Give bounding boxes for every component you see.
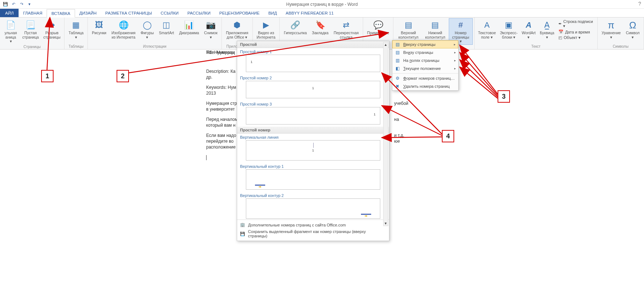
undo-icon[interactable]: ↶ (9, 0, 17, 8)
remove-icon: ✖ (394, 83, 400, 89)
online-video-button[interactable]: ▶Видео из Интернета (254, 18, 278, 40)
tab-mailings[interactable]: РАССЫЛКИ (183, 9, 215, 17)
group-text: AТекстовое поле ▾ ▣Экспресс- блоки ▾ AWo… (475, 17, 598, 49)
doc-text: 2013 (206, 90, 216, 96)
date-time-button[interactable]: 📅Дата и время (557, 29, 595, 35)
page-bottom-icon: ▤ (394, 50, 400, 55)
save-sel-icon: 💾 (240, 232, 245, 236)
bookmark-button[interactable]: 🔖Закладка (309, 18, 331, 40)
save-icon[interactable]: 💾 (1, 0, 9, 8)
page-number-gallery: ▴▾ Простой Простой номер 1 1 Простой ном… (237, 41, 389, 241)
callout-2: 2 (117, 70, 129, 82)
format-icon: ⚙ (394, 75, 400, 81)
pictures-button[interactable]: 🖼Рисунки (89, 18, 109, 40)
redo-icon[interactable]: ↷ (17, 0, 25, 8)
gallery-scrollbar[interactable]: ▴▾ (383, 42, 388, 226)
menu-top-of-page[interactable]: ▤Вверху страницы▸ (392, 40, 458, 48)
apps-button[interactable]: ⬢Приложения для Office ▾ (223, 18, 251, 40)
cover-page-button[interactable]: 📄ульная аница ▾ (1, 18, 20, 45)
tab-view[interactable]: ВИД (264, 9, 282, 17)
tab-layout[interactable]: РАЗМЕТКА СТРАНИЦЫ (101, 9, 156, 17)
screenshot-button[interactable]: 📷Снимок ▾ (201, 18, 220, 40)
menu-format-numbers[interactable]: ⚙Формат номеров страниц… (392, 74, 458, 82)
gallery-item-label: Вертикальная линия (237, 134, 389, 140)
gallery-preview-vk1[interactable]: ➡ (246, 169, 380, 190)
menu-bottom-of-page[interactable]: ▤Внизу страницы▸ (392, 48, 458, 56)
doc-text: др. (206, 74, 212, 80)
gallery-item-label: Простой номер 3 (237, 100, 389, 107)
group-label-pages: Страницы (24, 45, 41, 50)
table-button[interactable]: ▦Таблица ▾ (66, 18, 86, 40)
group-label-tables: Таблицы (68, 44, 83, 49)
tab-references[interactable]: ССЫЛКИ (156, 9, 183, 17)
callout-1: 1 (41, 70, 54, 82)
page-number-menu: ▤Вверху страницы▸ ▤Внизу страницы▸ ▥На п… (392, 40, 459, 91)
gallery-preview-2[interactable]: 1 (246, 81, 380, 98)
group-tables: ▦Таблица ▾ Таблицы (64, 17, 88, 49)
gallery-preview-1[interactable]: 1 (246, 55, 380, 72)
gallery-save-selection: 💾Сохранить выделенный фрагмент как номер… (237, 228, 389, 239)
object-button[interactable]: ◰Объект ▾ (557, 35, 595, 40)
wordart-button[interactable]: AWordArt ▾ (519, 18, 538, 41)
hyperlink-button[interactable]: 🔗Гиперссылка (281, 18, 309, 40)
menu-current-position[interactable]: ◧Текущее положение▸ (392, 64, 458, 72)
gallery-preview-3[interactable]: 1 (246, 107, 380, 125)
group-label-symbols: Символы (613, 44, 628, 49)
gallery-footer: 🏢Дополнительные номера страниц с сайта O… (237, 220, 389, 241)
doc-text: на (394, 117, 399, 123)
doc-text: расположение (206, 144, 236, 150)
chart-button[interactable]: 📊Диаграмма (177, 18, 202, 40)
gallery-preview-vline[interactable]: 1 (246, 140, 380, 161)
menu-remove-numbers[interactable]: ✖Удалить номера страниц (392, 82, 458, 90)
shapes-button[interactable]: ◯Фигуры ▾ (138, 18, 156, 40)
doc-text: Если вам надо (206, 133, 236, 139)
gallery-header-simple2: Простой номер (237, 127, 389, 134)
doc-text: перейдите во (206, 138, 233, 145)
gallery-more-office[interactable]: 🏢Дополнительные номера страниц с сайта O… (237, 221, 389, 228)
comment-button[interactable]: 💬Примечание (365, 18, 392, 36)
page-margin-icon: ▥ (394, 58, 400, 63)
smartart-button[interactable]: ◫SmartArt (156, 18, 176, 40)
callout-4: 4 (442, 130, 454, 142)
doc-text: Keywords: Нум (206, 84, 236, 91)
current-pos-icon: ◧ (394, 66, 400, 71)
quickparts-button[interactable]: ▣Экспресс- блоки ▾ (498, 18, 520, 41)
tab-file[interactable]: АЙЛ (0, 9, 19, 17)
dropcap-button[interactable]: A̲Буквица ▾ (538, 18, 556, 41)
doc-text: Description: Ка (206, 68, 235, 75)
office-icon: 🏢 (240, 222, 245, 227)
gallery-item-label: Вертикальный контур 2 (237, 192, 389, 198)
tab-review[interactable]: РЕЦЕНЗИРОВАНИЕ (215, 9, 264, 17)
symbol-button[interactable]: ΩСимвол ▾ (623, 18, 642, 40)
tab-insert[interactable]: ВСТАВКА (47, 9, 75, 17)
page-break-button[interactable]: ⬌Разрыв страницы (41, 18, 63, 45)
tab-abbyy[interactable]: ABBYY FineReader 11 (281, 9, 338, 17)
group-symbols: πУравнение ▾ ΩСимвол ▾ Символы (598, 17, 644, 49)
gallery-preview-vk2[interactable]: ➡ (246, 198, 380, 219)
blank-page-button[interactable]: 📃Пустая страница (20, 18, 41, 45)
tab-design[interactable]: ДИЗАЙН (75, 9, 101, 17)
doc-text: который вам н (206, 122, 235, 129)
gallery-header-simple: Простой (237, 41, 389, 48)
customize-icon[interactable]: ▾ (25, 0, 34, 8)
textbox-button[interactable]: AТекстовое поле ▾ (476, 18, 498, 41)
menu-page-margins[interactable]: ▥На полях страницы▸ (392, 56, 458, 64)
group-label-text: Текст (531, 44, 541, 49)
online-pictures-button[interactable]: 🌐Изображения из Интернета (109, 18, 138, 40)
gallery-item-label: Вертикальный контур 1 (237, 163, 389, 169)
group-label-illus: Иллюстрации (143, 44, 166, 49)
doc-text: в университет (206, 106, 235, 112)
equation-button[interactable]: πУравнение ▾ (599, 18, 624, 40)
doc-text: Перед началом (206, 117, 238, 123)
gallery-item-label: Простой номер 2 (237, 74, 389, 81)
group-pages: 📄ульная аница ▾ 📃Пустая страница ⬌Разрыв… (0, 17, 64, 49)
doc-text: учебой (394, 100, 408, 107)
tab-home[interactable]: ГЛАВНАЯ (19, 9, 47, 17)
page-top-icon: ▤ (394, 42, 400, 47)
crossref-button[interactable]: ⇄Перекрестная ссылка (331, 18, 361, 40)
help-icon[interactable]: ? (638, 1, 641, 7)
doc-text: и т.д. (394, 133, 404, 139)
ribbon-tabs: АЙЛ ГЛАВНАЯ ВСТАВКА ДИЗАЙН РАЗМЕТКА СТРА… (0, 9, 644, 17)
doc-text: Title: Нумерац (206, 50, 235, 56)
signature-line-button[interactable]: ✒Строка подписи ▾ (557, 19, 595, 29)
